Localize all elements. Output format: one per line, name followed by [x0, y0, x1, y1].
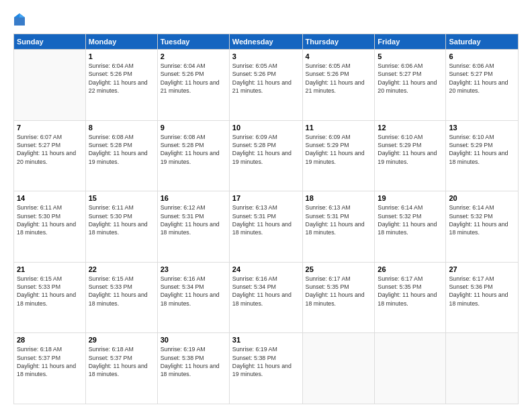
day-info: Sunrise: 6:15 AM Sunset: 5:33 PM Dayligh…	[89, 275, 154, 308]
calendar-cell: 26Sunrise: 6:17 AM Sunset: 5:35 PM Dayli…	[375, 262, 446, 333]
calendar-week-row: 28Sunrise: 6:18 AM Sunset: 5:37 PM Dayli…	[14, 333, 519, 404]
day-number: 19	[378, 194, 443, 202]
day-info: Sunrise: 6:16 AM Sunset: 5:34 PM Dayligh…	[161, 275, 226, 308]
day-number: 22	[89, 265, 154, 273]
day-info: Sunrise: 6:11 AM Sunset: 5:30 PM Dayligh…	[17, 203, 83, 236]
day-number: 12	[378, 124, 443, 132]
day-info: Sunrise: 6:19 AM Sunset: 5:38 PM Dayligh…	[161, 345, 226, 378]
calendar-cell: 23Sunrise: 6:16 AM Sunset: 5:34 PM Dayli…	[157, 262, 229, 333]
day-info: Sunrise: 6:16 AM Sunset: 5:34 PM Dayligh…	[232, 275, 300, 308]
weekday-header: Tuesday	[157, 34, 229, 50]
weekday-header: Friday	[375, 34, 446, 50]
calendar-week-row: 1Sunrise: 6:04 AM Sunset: 5:26 PM Daylig…	[14, 50, 519, 121]
day-number: 10	[232, 124, 300, 132]
calendar-cell: 10Sunrise: 6:09 AM Sunset: 5:28 PM Dayli…	[229, 120, 302, 191]
calendar-cell: 22Sunrise: 6:15 AM Sunset: 5:33 PM Dayli…	[85, 262, 157, 333]
svg-marker-1	[19, 13, 25, 17]
calendar-cell: 14Sunrise: 6:11 AM Sunset: 5:30 PM Dayli…	[14, 191, 86, 263]
calendar-cell: 20Sunrise: 6:14 AM Sunset: 5:32 PM Dayli…	[446, 191, 519, 263]
calendar-cell: 30Sunrise: 6:19 AM Sunset: 5:38 PM Dayli…	[157, 333, 229, 404]
calendar-cell: 18Sunrise: 6:13 AM Sunset: 5:31 PM Dayli…	[302, 191, 375, 263]
calendar-cell: 8Sunrise: 6:08 AM Sunset: 5:28 PM Daylig…	[85, 120, 157, 191]
day-number: 27	[449, 265, 515, 273]
day-number: 1	[89, 52, 154, 60]
calendar-cell: 2Sunrise: 6:04 AM Sunset: 5:26 PM Daylig…	[157, 50, 229, 121]
calendar-cell: 13Sunrise: 6:10 AM Sunset: 5:29 PM Dayli…	[446, 120, 519, 191]
calendar-cell: 9Sunrise: 6:08 AM Sunset: 5:28 PM Daylig…	[157, 120, 229, 191]
day-number: 24	[232, 265, 300, 273]
calendar-cell: 5Sunrise: 6:06 AM Sunset: 5:27 PM Daylig…	[375, 50, 446, 121]
day-info: Sunrise: 6:06 AM Sunset: 5:27 PM Dayligh…	[378, 62, 443, 95]
day-number: 21	[17, 265, 83, 273]
day-info: Sunrise: 6:14 AM Sunset: 5:32 PM Dayligh…	[449, 203, 515, 236]
day-info: Sunrise: 6:08 AM Sunset: 5:28 PM Dayligh…	[161, 133, 226, 166]
calendar-cell: 17Sunrise: 6:13 AM Sunset: 5:31 PM Dayli…	[229, 191, 302, 263]
day-number: 28	[17, 336, 83, 344]
calendar-cell: 6Sunrise: 6:06 AM Sunset: 5:27 PM Daylig…	[446, 50, 519, 121]
day-number: 14	[17, 194, 83, 202]
day-info: Sunrise: 6:13 AM Sunset: 5:31 PM Dayligh…	[232, 203, 300, 236]
day-number: 9	[161, 124, 226, 132]
day-number: 31	[232, 336, 300, 344]
day-info: Sunrise: 6:17 AM Sunset: 5:35 PM Dayligh…	[378, 275, 443, 308]
day-number: 7	[17, 124, 83, 132]
day-number: 17	[232, 194, 300, 202]
day-info: Sunrise: 6:09 AM Sunset: 5:28 PM Dayligh…	[232, 133, 300, 166]
calendar-cell: 24Sunrise: 6:16 AM Sunset: 5:34 PM Dayli…	[229, 262, 302, 333]
day-number: 8	[89, 124, 154, 132]
day-number: 3	[232, 52, 300, 60]
day-info: Sunrise: 6:13 AM Sunset: 5:31 PM Dayligh…	[306, 203, 372, 236]
calendar-cell: 1Sunrise: 6:04 AM Sunset: 5:26 PM Daylig…	[85, 50, 157, 121]
day-info: Sunrise: 6:14 AM Sunset: 5:32 PM Dayligh…	[378, 203, 443, 236]
calendar-cell: 12Sunrise: 6:10 AM Sunset: 5:29 PM Dayli…	[375, 120, 446, 191]
day-number: 5	[378, 52, 443, 60]
calendar-cell: 16Sunrise: 6:12 AM Sunset: 5:31 PM Dayli…	[157, 191, 229, 263]
logo-icon	[13, 12, 26, 27]
day-info: Sunrise: 6:11 AM Sunset: 5:30 PM Dayligh…	[89, 203, 154, 236]
page: SundayMondayTuesdayWednesdayThursdayFrid…	[0, 0, 532, 411]
calendar-week-row: 21Sunrise: 6:15 AM Sunset: 5:33 PM Dayli…	[14, 262, 519, 333]
weekday-header: Monday	[85, 34, 157, 50]
calendar-cell	[375, 333, 446, 404]
day-number: 11	[306, 124, 372, 132]
day-number: 29	[89, 336, 154, 344]
weekday-header: Wednesday	[229, 34, 302, 50]
day-info: Sunrise: 6:18 AM Sunset: 5:37 PM Dayligh…	[17, 345, 83, 378]
calendar-header-row: SundayMondayTuesdayWednesdayThursdayFrid…	[14, 34, 519, 50]
day-number: 16	[161, 194, 226, 202]
calendar-cell: 3Sunrise: 6:05 AM Sunset: 5:26 PM Daylig…	[229, 50, 302, 121]
calendar-cell: 21Sunrise: 6:15 AM Sunset: 5:33 PM Dayli…	[14, 262, 86, 333]
day-number: 23	[161, 265, 226, 273]
calendar-cell: 31Sunrise: 6:19 AM Sunset: 5:38 PM Dayli…	[229, 333, 302, 404]
svg-marker-2	[14, 13, 19, 17]
calendar-cell: 25Sunrise: 6:17 AM Sunset: 5:35 PM Dayli…	[302, 262, 375, 333]
day-number: 25	[306, 265, 372, 273]
day-info: Sunrise: 6:19 AM Sunset: 5:38 PM Dayligh…	[232, 345, 300, 378]
day-number: 4	[306, 52, 372, 60]
day-info: Sunrise: 6:04 AM Sunset: 5:26 PM Dayligh…	[161, 62, 226, 95]
day-info: Sunrise: 6:06 AM Sunset: 5:27 PM Dayligh…	[449, 62, 515, 95]
day-number: 30	[161, 336, 226, 344]
day-number: 20	[449, 194, 515, 202]
day-info: Sunrise: 6:05 AM Sunset: 5:26 PM Dayligh…	[232, 62, 300, 95]
day-info: Sunrise: 6:15 AM Sunset: 5:33 PM Dayligh…	[17, 275, 83, 308]
day-info: Sunrise: 6:12 AM Sunset: 5:31 PM Dayligh…	[161, 203, 226, 236]
calendar-cell: 15Sunrise: 6:11 AM Sunset: 5:30 PM Dayli…	[85, 191, 157, 263]
header	[13, 12, 519, 27]
calendar-cell: 28Sunrise: 6:18 AM Sunset: 5:37 PM Dayli…	[14, 333, 86, 404]
calendar-cell: 19Sunrise: 6:14 AM Sunset: 5:32 PM Dayli…	[375, 191, 446, 263]
calendar-cell: 7Sunrise: 6:07 AM Sunset: 5:27 PM Daylig…	[14, 120, 86, 191]
calendar-cell	[14, 50, 86, 121]
day-number: 26	[378, 265, 443, 273]
calendar-cell: 11Sunrise: 6:09 AM Sunset: 5:29 PM Dayli…	[302, 120, 375, 191]
day-info: Sunrise: 6:07 AM Sunset: 5:27 PM Dayligh…	[17, 133, 83, 166]
weekday-header: Sunday	[14, 34, 86, 50]
day-info: Sunrise: 6:17 AM Sunset: 5:35 PM Dayligh…	[306, 275, 372, 308]
weekday-header: Thursday	[302, 34, 375, 50]
calendar-cell	[446, 333, 519, 404]
day-info: Sunrise: 6:10 AM Sunset: 5:29 PM Dayligh…	[449, 133, 515, 166]
day-info: Sunrise: 6:17 AM Sunset: 5:36 PM Dayligh…	[449, 275, 515, 308]
day-number: 15	[89, 194, 154, 202]
day-number: 13	[449, 124, 515, 132]
day-number: 6	[449, 52, 515, 60]
